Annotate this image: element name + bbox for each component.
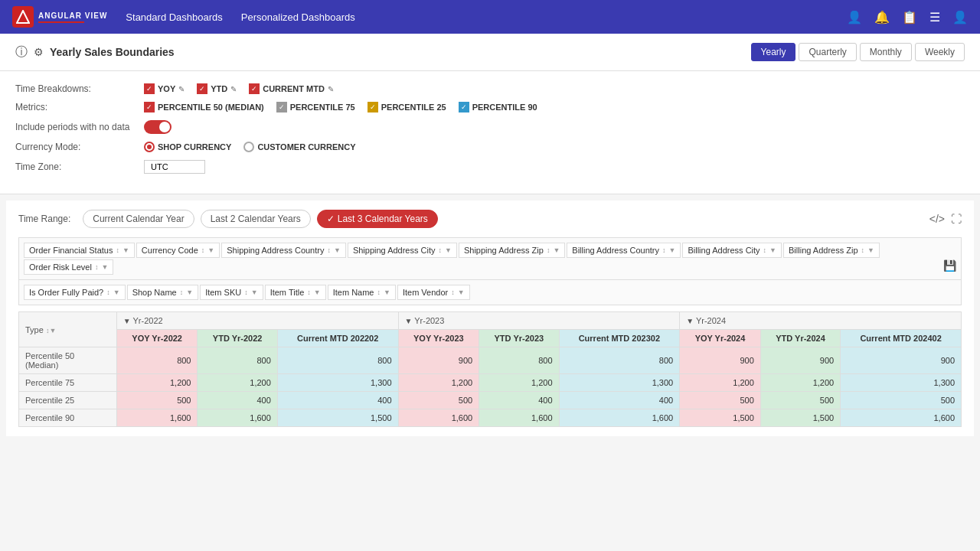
cell-r0-c8: 900: [841, 347, 962, 374]
sort-icon-5: ↕: [547, 246, 550, 254]
nav-standard-dashboards[interactable]: Standard Dashboards: [126, 11, 222, 23]
filter-billing-country[interactable]: Billing Address Country ↕ ▼: [567, 243, 681, 258]
metric-p90-label: PERCENTILE 90: [472, 103, 537, 112]
time-range-last3[interactable]: ✓Last 3 Calendar Years: [317, 210, 438, 228]
page-header-left: ⓘ ⚙ Yearly Sales Boundaries: [15, 44, 175, 60]
period-weekly[interactable]: Weekly: [915, 43, 965, 61]
filter-billing-city[interactable]: Billing Address City ↕ ▼: [682, 243, 782, 258]
type-label: Type: [25, 325, 44, 334]
time-range-label: Time Range:: [18, 214, 70, 224]
metric-p75-box: ✓: [276, 102, 287, 112]
sort-icon-11: ↕: [180, 289, 184, 296]
filter-icon-11: ▼: [186, 289, 193, 296]
user-icon[interactable]: 👤: [952, 10, 968, 24]
include-no-data-toggle[interactable]: [144, 120, 172, 134]
cell-r1-c0: 1,200: [116, 374, 198, 392]
filter-currency-code[interactable]: Currency Code ↕ ▼: [136, 243, 220, 258]
year-header-2024: ▼ Yr-2024: [680, 312, 962, 330]
clipboard-icon[interactable]: 📋: [902, 10, 917, 24]
filter-label-item-title: Item Title: [270, 288, 305, 297]
col-ytd-2024: YTD Yr-2024: [760, 330, 840, 347]
filter-shipping-country[interactable]: Shipping Address Country ↕ ▼: [221, 243, 346, 258]
period-yearly[interactable]: Yearly: [751, 43, 796, 61]
metric-p90[interactable]: ✓ PERCENTILE 90: [459, 102, 537, 112]
filter-shipping-zip[interactable]: Shipping Address Zip ↕ ▼: [459, 243, 565, 258]
cell-r2-c7: 500: [760, 392, 840, 409]
time-range-last2[interactable]: Last 2 Calendar Years: [201, 210, 311, 228]
filter-item-sku[interactable]: Item SKU ↕ ▼: [200, 285, 263, 300]
filter-icon-6: ▼: [669, 246, 676, 254]
filter-label-billing-country: Billing Address Country: [572, 246, 659, 255]
cell-r3-c3: 1,600: [398, 409, 479, 427]
metric-p25[interactable]: ✓ PERCENTILE 25: [368, 102, 446, 112]
col-ytd-2023: YTD Yr-2023: [479, 330, 559, 347]
filter-label-shipping-zip: Shipping Address Zip: [464, 246, 544, 255]
logo-text: ANGULAR VIEW: [38, 11, 107, 20]
expand-icon[interactable]: ⛶: [951, 213, 962, 225]
cell-r1-c2: 1,300: [277, 374, 398, 392]
export-icon[interactable]: 💾: [943, 259, 956, 275]
time-breakdowns-group: ✓ YOY ✎ ✓ YTD ✎ ✓ CURRENT MTD ✎: [144, 83, 334, 94]
filter-order-risk[interactable]: Order Risk Level ↕ ▼: [24, 259, 113, 275]
filter-label-item-vendor: Item Vendor: [403, 288, 448, 297]
filter-item-name[interactable]: Item Name ↕ ▼: [328, 285, 396, 300]
checkbox-ytd[interactable]: ✓ YTD ✎: [197, 83, 237, 94]
filter-item-vendor[interactable]: Item Vendor ↕ ▼: [397, 285, 470, 300]
filter-item-title[interactable]: Item Title ↕ ▼: [265, 285, 326, 300]
include-no-data-label: Include periods with no data: [15, 122, 138, 132]
filter-order-financial-status[interactable]: Order Financial Status ↕ ▼: [24, 243, 135, 258]
filter-icon-13: ▼: [314, 289, 321, 296]
metrics-row: Metrics: ✓ PERCENTILE 50 (MEDIAN) ✓ PERC…: [15, 102, 965, 112]
users-icon[interactable]: 👤: [847, 10, 862, 24]
period-monthly[interactable]: Monthly: [860, 43, 912, 61]
cell-r1-c3: 1,200: [398, 374, 479, 392]
period-quarterly[interactable]: Quarterly: [799, 43, 856, 61]
code-icon[interactable]: </>: [929, 213, 945, 225]
checkbox-yoy[interactable]: ✓ YOY ✎: [144, 83, 185, 94]
logo-icon: [12, 6, 34, 28]
cell-r3-c8: 1,600: [841, 409, 962, 427]
pencil-ytd[interactable]: ✎: [230, 85, 237, 93]
pencil-current-mtd[interactable]: ✎: [328, 85, 334, 93]
filter-billing-zip[interactable]: Billing Address Zip ↕ ▼: [783, 243, 880, 258]
sort-icon-7: ↕: [763, 246, 767, 254]
checkbox-yoy-box: ✓: [144, 83, 155, 94]
time-breakdowns-label: Time Breakdowns:: [15, 83, 138, 94]
bell-icon[interactable]: 🔔: [874, 10, 890, 24]
filter-label-shipping-country: Shipping Address Country: [227, 246, 324, 255]
time-range-current-year[interactable]: Current Calendar Year: [83, 210, 194, 228]
nav-personalized-dashboards[interactable]: Personalized Dashboards: [241, 11, 355, 23]
checkbox-current-mtd[interactable]: ✓ CURRENT MTD ✎: [249, 83, 334, 94]
filter-row-1: Order Financial Status ↕ ▼ Currency Code…: [18, 237, 962, 280]
col-mtd-2023: Current MTD 202302: [559, 330, 680, 347]
metric-p50[interactable]: ✓ PERCENTILE 50 (MEDIAN): [144, 102, 264, 112]
checkbox-yoy-label: YOY: [158, 84, 175, 93]
cell-r3-c4: 1,600: [479, 409, 559, 427]
type-column-header[interactable]: Type ↕▼: [19, 312, 117, 347]
page-header: ⓘ ⚙ Yearly Sales Boundaries Yearly Quart…: [0, 34, 980, 71]
radio-shop-currency[interactable]: SHOP CURRENCY: [144, 142, 231, 152]
cell-r0-c5: 800: [559, 347, 680, 374]
metric-p75[interactable]: ✓ PERCENTILE 75: [276, 102, 355, 112]
filter-shop-name[interactable]: Shop Name ↕ ▼: [127, 285, 199, 300]
timezone-input[interactable]: [144, 160, 205, 174]
col-mtd-2022: Current MTD 202202: [277, 330, 398, 347]
cell-r0-c7: 900: [760, 347, 840, 374]
cell-r2-c4: 400: [479, 392, 559, 409]
table-row: Percentile 25500400400500400400500500500: [19, 392, 962, 409]
sliders-icon[interactable]: ☰: [929, 10, 940, 24]
filter-shipping-city[interactable]: Shipping Address City ↕ ▼: [348, 243, 457, 258]
cell-r0-c1: 800: [198, 347, 277, 374]
filter-fully-paid[interactable]: Is Order Fully Paid? ↕ ▼: [24, 285, 126, 300]
checkmark-icon: ✓: [327, 214, 335, 224]
toggle-knob: [159, 122, 170, 132]
settings-icon[interactable]: ⚙: [34, 46, 44, 58]
radio-customer-currency[interactable]: CUSTOMER CURRENCY: [243, 142, 355, 152]
help-icon[interactable]: ⓘ: [15, 44, 28, 60]
cell-r2-c2: 400: [277, 392, 398, 409]
pencil-yoy[interactable]: ✎: [178, 85, 185, 93]
col-mtd-2024: Current MTD 202402: [841, 330, 962, 347]
sort-icon-6: ↕: [662, 246, 666, 254]
currency-mode-label: Currency Mode:: [15, 142, 138, 152]
year-label-2023: Yr-2023: [414, 316, 444, 325]
